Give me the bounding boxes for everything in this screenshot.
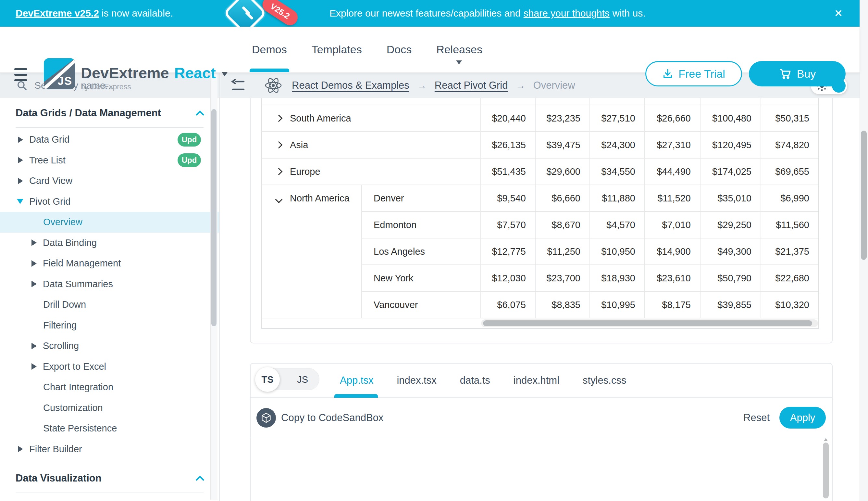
sidebar-item-label: Chart Integration	[43, 382, 113, 393]
pivot-value: $11,560	[761, 212, 818, 238]
sidebar-item-filtering[interactable]: Filtering	[0, 315, 219, 336]
code-scrollbar-thumb[interactable]	[823, 443, 829, 498]
codesandbox-icon[interactable]	[256, 408, 276, 428]
row-label: Europe	[290, 166, 320, 177]
arrow-right-icon	[32, 343, 37, 349]
pivot-value: $26,135	[481, 132, 536, 159]
sidebar-item-label: Tree List	[29, 155, 66, 166]
sidebar-scrollbar-thumb[interactable]	[211, 109, 217, 326]
pivot-row-europe[interactable]: Europe	[262, 159, 481, 185]
pivot-row-south-america[interactable]: South America	[262, 105, 481, 132]
pivot-value: $120,495	[701, 132, 761, 159]
buy-button[interactable]: Buy	[749, 61, 846, 86]
banner-version-link[interactable]: DevExtreme v25.2	[15, 8, 99, 19]
updated-badge: Upd	[178, 133, 201, 147]
hamburger-menu-icon[interactable]	[14, 68, 27, 81]
brand[interactable]: DevExtreme React by DevExpress	[81, 64, 228, 91]
sidebar-item-data-binding[interactable]: Data Binding	[0, 233, 219, 253]
copy-to-codesandbox-button[interactable]: Copy to CodeSandBox	[281, 398, 383, 437]
nav-label: Demos	[252, 43, 287, 56]
pivot-value: $10,950	[590, 238, 645, 265]
chevron-down-icon	[456, 61, 462, 64]
pivot-partial-cell	[590, 98, 645, 105]
breadcrumb-react-demos-examples[interactable]: React Demos & Examples	[292, 79, 409, 91]
sidebar-item-scrolling[interactable]: Scrolling	[0, 335, 219, 356]
page-scrollbar-thumb[interactable]	[861, 131, 867, 260]
chevron-up-icon	[196, 475, 204, 481]
pivot-hscrollbar-thumb[interactable]	[483, 320, 812, 326]
arrow-right-icon	[18, 446, 23, 452]
pivot-value: $10,320	[761, 292, 818, 318]
sidebar-item-drill-down[interactable]: Drill Down	[0, 294, 219, 315]
nav-demos[interactable]: Demos	[252, 26, 287, 72]
brand-name: DevExtreme	[81, 64, 169, 82]
sidebar-section-data-grids[interactable]: Data Grids / Data Management	[0, 103, 219, 123]
search-icon	[16, 80, 27, 91]
breadcrumb-separator: →	[516, 80, 526, 91]
nav-templates[interactable]: Templates	[312, 26, 362, 72]
tab-index-tsx[interactable]: index.tsx	[397, 375, 436, 386]
main-nav: DemosTemplatesDocsReleases	[252, 26, 482, 72]
language-toggle[interactable]: TS JS	[256, 368, 319, 390]
pivot-hscrollbar-track	[481, 319, 818, 327]
sidebar-item-label: State Persistence	[43, 423, 117, 434]
sidebar-item-label: Field Management	[43, 258, 121, 269]
pivot-scroll-zone	[262, 318, 818, 328]
pivot-value: $12,775	[481, 238, 536, 265]
sidebar-item-label: Customization	[43, 403, 103, 413]
byline: by DevExpress	[81, 83, 228, 91]
pivot-value: $39,475	[536, 132, 590, 159]
reset-button[interactable]: Reset	[743, 398, 770, 437]
code-editor[interactable]: import React, { useEffect, useRef } from…	[251, 437, 832, 501]
tab-index-html[interactable]: index.html	[514, 375, 559, 386]
apply-button[interactable]: Apply	[779, 407, 826, 428]
pivot-row-north-america[interactable]: North America	[262, 185, 362, 318]
free-trial-button[interactable]: Free Trial	[645, 61, 742, 86]
breadcrumb: React Demos & Examples→React Pivot Grid→…	[292, 79, 575, 91]
sidebar-item-tree-list[interactable]: Tree ListUpd	[0, 150, 219, 171]
arrow-right-icon	[18, 178, 23, 184]
chevron-down-icon[interactable]	[222, 72, 228, 76]
sidebar-item-export-to-excel[interactable]: Export to Excel	[0, 356, 219, 377]
sidebar-item-data-summaries[interactable]: Data Summaries	[0, 274, 219, 295]
pivot-value: $23,235	[536, 105, 590, 132]
pivot-value: $35,010	[701, 185, 761, 212]
breadcrumb-react-pivot-grid[interactable]: React Pivot Grid	[435, 79, 508, 91]
sidebar-item-pivot-grid[interactable]: Pivot Grid	[0, 191, 219, 212]
sidebar-item-label: Scrolling	[43, 341, 79, 351]
pivot-value: $174,025	[701, 159, 761, 185]
row-label: New York	[374, 273, 414, 284]
sidebar-item-overview[interactable]: Overview	[0, 212, 219, 233]
pivot-value: $34,550	[590, 159, 645, 185]
sidebar-item-card-view[interactable]: Card View	[0, 171, 219, 191]
sidebar-item-customization[interactable]: Customization	[0, 398, 219, 418]
scroll-up-arrow-icon[interactable]	[824, 438, 828, 441]
share-thoughts-link[interactable]: share your thoughts	[524, 8, 609, 19]
pivot-row-vancouver: Vancouver	[362, 292, 481, 318]
tab-app-tsx[interactable]: App.tsx	[340, 375, 373, 386]
sidebar-item-data-grid[interactable]: Data GridUpd	[0, 129, 219, 150]
sidebar-item-label: Filtering	[43, 320, 77, 331]
updated-badge: Upd	[178, 153, 201, 167]
language-option-js[interactable]: JS	[297, 369, 308, 391]
sidebar-section-data-visualization[interactable]: Data Visualization	[0, 469, 219, 488]
sidebar-item-chart-integration[interactable]: Chart Integration	[0, 377, 219, 398]
download-icon	[662, 68, 673, 79]
language-option-ts[interactable]: TS	[255, 367, 280, 392]
page: DevExtreme v25.2 is now available. V25.2…	[0, 0, 868, 501]
sidebar-item-state-persistence[interactable]: State Persistence	[0, 418, 219, 439]
sidebar-item-filter-builder[interactable]: Filter Builder	[0, 439, 219, 460]
nav-releases[interactable]: Releases	[436, 26, 482, 72]
divider	[15, 492, 204, 493]
pivot-value: $21,375	[761, 238, 818, 265]
tab-styles-css[interactable]: styles.css	[583, 375, 626, 386]
close-icon[interactable]: ✕	[827, 0, 850, 26]
banner-logo: V25.2	[206, 0, 304, 26]
nav-docs[interactable]: Docs	[387, 26, 411, 72]
sidebar-item-field-management[interactable]: Field Management	[0, 253, 219, 274]
pivot-row-asia[interactable]: Asia	[262, 132, 481, 159]
devextreme-js-logo[interactable]: JS	[44, 58, 75, 89]
pivot-value: $10,995	[590, 292, 645, 318]
pivot-value: $12,030	[481, 265, 536, 292]
tab-data-ts[interactable]: data.ts	[460, 375, 490, 386]
